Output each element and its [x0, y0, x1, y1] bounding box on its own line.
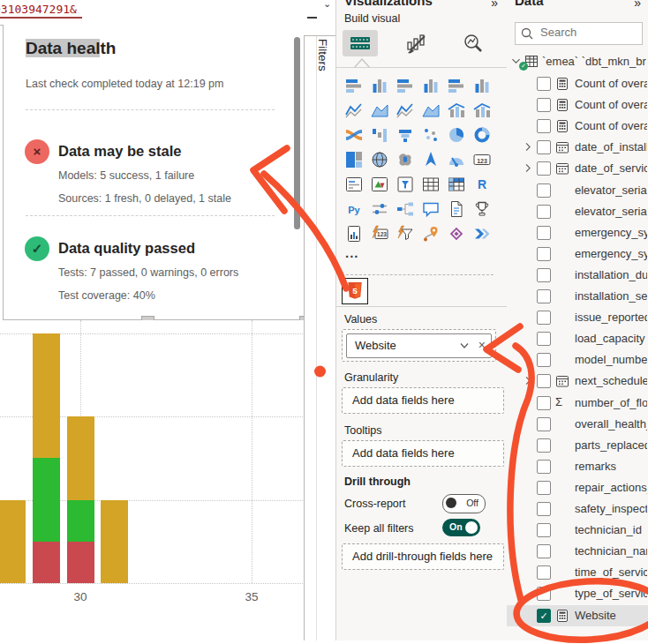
icon-map-icon[interactable]	[421, 224, 441, 243]
stacked-bar-chart-icon[interactable]	[344, 76, 364, 95]
field-row[interactable]: time_of_service	[507, 562, 648, 583]
funnel-chart-icon[interactable]	[396, 125, 415, 145]
bar-segment-gold[interactable]	[33, 333, 60, 459]
ribbon-chart-icon[interactable]	[344, 125, 364, 145]
remove-field-icon[interactable]: ×	[478, 338, 486, 352]
field-checkbox[interactable]	[537, 374, 551, 388]
field-pill-website[interactable]: Website ×	[346, 333, 492, 358]
matrix-icon[interactable]	[447, 175, 466, 194]
field-row[interactable]: emergency_syst.	[507, 222, 648, 243]
field-checkbox[interactable]	[537, 98, 551, 112]
field-row[interactable]: issue_reported	[507, 307, 648, 328]
tab-build-visual[interactable]	[343, 30, 378, 56]
field-checkbox[interactable]	[537, 77, 551, 91]
paginated-report-icon[interactable]	[447, 199, 466, 219]
kpi-icon[interactable]	[370, 175, 389, 194]
card-icon[interactable]: 123	[472, 150, 492, 169]
search-box[interactable]	[515, 22, 643, 45]
field-checkbox[interactable]	[537, 332, 551, 346]
data-health-card-visual[interactable]: Data health Last check completed today a…	[3, 25, 305, 320]
100-stacked-area-chart-icon[interactable]	[421, 101, 441, 120]
card-scrollbar[interactable]	[294, 37, 300, 229]
drill-through-well[interactable]: Add drill-through fields here	[342, 543, 504, 570]
field-row[interactable]: technician_id	[507, 520, 648, 541]
field-row[interactable]: next_scheduled..	[507, 371, 648, 392]
bar-segment-gold[interactable]	[0, 500, 26, 584]
field-checkbox[interactable]: ✓	[537, 609, 551, 623]
dynamic-parameter-icon[interactable]	[396, 224, 415, 243]
field-row[interactable]: technician_name	[507, 541, 648, 562]
table-icon[interactable]	[421, 175, 441, 194]
field-row[interactable]: load_capacity	[507, 328, 648, 349]
field-checkbox[interactable]	[537, 353, 551, 367]
waterfall-chart-icon[interactable]	[370, 125, 389, 145]
stacked-column-chart-icon[interactable]	[370, 76, 389, 95]
clustered-bar-chart-icon[interactable]	[396, 76, 415, 95]
chevron-down-icon[interactable]: ⌄	[323, 0, 331, 10]
field-row[interactable]: overall_health_c.	[507, 414, 648, 435]
field-row[interactable]: date_of_installa..	[507, 137, 648, 158]
chevron-right-icon[interactable]	[523, 140, 534, 157]
field-row[interactable]: date_of_service	[507, 158, 648, 179]
field-row[interactable]: installation_dur..	[507, 265, 648, 286]
field-checkbox[interactable]	[537, 523, 551, 537]
donut-chart-icon[interactable]	[472, 125, 492, 145]
field-row[interactable]: type_of_service	[507, 583, 648, 604]
field-checkbox[interactable]	[537, 544, 551, 558]
chevron-down-icon[interactable]	[459, 341, 470, 350]
area-chart-icon[interactable]	[370, 101, 389, 120]
scatter-chart-icon[interactable]	[421, 125, 441, 145]
field-row-selected[interactable]: ✓Website	[507, 605, 648, 626]
values-well[interactable]: Website ×	[342, 329, 496, 362]
collapse-pane-icon[interactable]: »	[491, 0, 498, 10]
field-row[interactable]: elevator_serial_..	[507, 201, 648, 222]
parameter-slider-icon[interactable]	[370, 199, 389, 219]
filled-map-icon[interactable]	[396, 150, 415, 169]
field-row[interactable]: installation_serv.	[507, 286, 648, 307]
field-row[interactable]: parts_replaced	[507, 435, 648, 456]
field-checkbox[interactable]	[537, 289, 551, 303]
metrics-icon[interactable]	[472, 199, 492, 219]
table-row-root[interactable]: ✓`emea` `dbt_mkn_bron..	[507, 51, 648, 72]
field-checkbox[interactable]	[537, 268, 551, 282]
map-icon[interactable]	[370, 150, 389, 169]
field-row[interactable]: elevator_serial_..	[507, 180, 648, 201]
line-chart-icon[interactable]	[344, 101, 364, 120]
stacked-area-chart-icon[interactable]	[396, 101, 415, 120]
field-checkbox[interactable]	[537, 226, 551, 240]
qna-visual-icon[interactable]	[421, 199, 441, 219]
gauge-icon[interactable]	[447, 150, 466, 169]
bar-segment-red[interactable]	[33, 542, 60, 583]
cross-report-toggle[interactable]: Off	[442, 494, 486, 513]
line-clustered-column-chart-icon[interactable]	[472, 101, 492, 120]
html-content-visual-icon[interactable]: 5	[342, 278, 368, 304]
field-row[interactable]: emergency_syst.	[507, 243, 648, 265]
more-visuals-label[interactable]: ...	[345, 245, 359, 260]
field-row[interactable]: Count of overal..	[507, 116, 648, 137]
chevron-right-icon[interactable]	[523, 374, 534, 391]
tab-analytics[interactable]	[456, 30, 491, 56]
scroll-minus-icon[interactable]	[307, 17, 317, 19]
stacked-histogram-visual[interactable]: 3035	[0, 320, 306, 644]
field-checkbox[interactable]	[537, 161, 551, 176]
r-script-visual-icon[interactable]: R	[472, 175, 492, 194]
field-checkbox[interactable]	[537, 396, 551, 410]
field-row[interactable]: Count of overal..	[507, 94, 648, 116]
decomposition-tree-icon[interactable]	[396, 199, 415, 219]
field-checkbox[interactable]	[537, 205, 551, 219]
slicer-icon[interactable]	[396, 175, 415, 194]
field-row[interactable]: remarks	[507, 456, 648, 477]
field-checkbox[interactable]	[537, 183, 551, 198]
clustered-column-chart-icon[interactable]	[421, 76, 441, 95]
field-checkbox[interactable]	[537, 140, 551, 154]
power-apps-icon[interactable]	[344, 224, 364, 243]
line-stacked-column-chart-icon[interactable]	[447, 101, 466, 120]
bar-segment-gold[interactable]	[67, 416, 94, 500]
chevron-right-icon[interactable]	[523, 161, 534, 178]
power-automate-icon[interactable]	[472, 224, 492, 243]
bar-segment-green[interactable]	[33, 458, 60, 542]
field-checkbox[interactable]	[537, 587, 551, 601]
python-visual-icon[interactable]: Py	[344, 199, 364, 219]
field-checkbox[interactable]	[537, 438, 551, 453]
keep-all-filters-toggle[interactable]: On	[442, 519, 480, 536]
